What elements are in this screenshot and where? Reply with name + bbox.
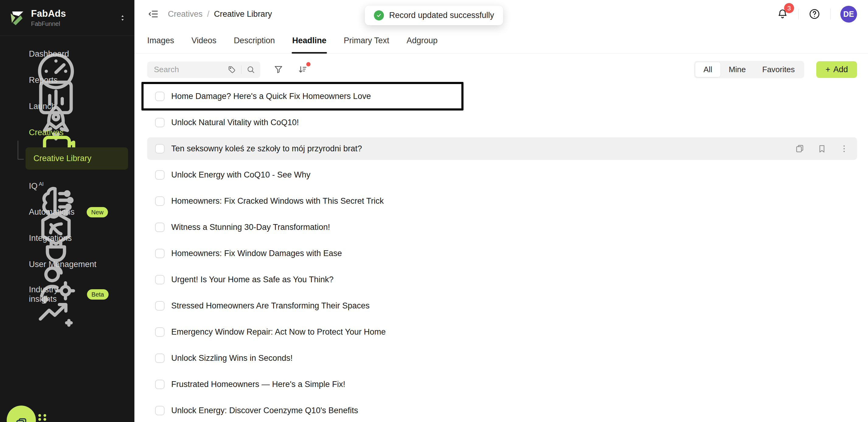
toolbar: AllMineFavorites + Add bbox=[147, 61, 857, 78]
workspace-updown-icon[interactable] bbox=[118, 14, 127, 22]
list-item[interactable]: Witness a Stunning 30-Day Transformation… bbox=[147, 216, 857, 238]
add-button-label: Add bbox=[833, 65, 848, 74]
sidebar-item-iqai[interactable]: IQAI bbox=[6, 176, 128, 196]
tab-label: Description bbox=[234, 36, 275, 45]
headline-text: Home Damage? Here's a Quick Fix Homeowne… bbox=[171, 92, 371, 101]
sidebar-item-creative-library[interactable]: Creative Library bbox=[26, 147, 128, 170]
tab-videos[interactable]: Videos bbox=[192, 28, 217, 53]
list-item[interactable]: Unlock Energy with CoQ10 - See Why bbox=[147, 164, 857, 186]
tab-primary-text[interactable]: Primary Text bbox=[344, 28, 389, 53]
add-button[interactable]: + Add bbox=[816, 61, 857, 78]
sidebar: FabAds FabFunnel DashboardReportsLaunchC… bbox=[0, 0, 134, 422]
chevron-right-icon bbox=[116, 103, 124, 111]
reports-icon bbox=[10, 75, 22, 86]
breadcrumb-current: Creative Library bbox=[214, 9, 272, 19]
app-logo-icon bbox=[7, 9, 26, 27]
sidebar-item-label: Creative Library bbox=[33, 154, 92, 163]
sidebar-item-label: Launch bbox=[29, 102, 56, 111]
row-checkbox[interactable] bbox=[155, 144, 164, 153]
sort-button[interactable] bbox=[297, 64, 308, 75]
row-checkbox[interactable] bbox=[155, 170, 164, 180]
sidebar-nav: DashboardReportsLaunchCreatives Creative… bbox=[0, 36, 134, 308]
row-checkbox[interactable] bbox=[155, 249, 164, 258]
integrations-icon bbox=[10, 233, 22, 244]
sidebar-item-label: Dashboard bbox=[29, 49, 69, 59]
sort-active-dot bbox=[306, 62, 311, 66]
headline-text: Homeowners: Fix Cracked Windows with Thi… bbox=[171, 196, 384, 206]
tab-label: Images bbox=[147, 36, 174, 45]
dashboard-icon bbox=[10, 49, 22, 60]
notifications-button[interactable]: 3 bbox=[776, 8, 788, 20]
list-item[interactable]: Frustrated Homeowners — Here's a Simple … bbox=[147, 373, 857, 395]
filter-button[interactable] bbox=[273, 64, 284, 75]
list-item[interactable]: Stressed Homeowners Are Transforming The… bbox=[147, 294, 857, 317]
help-button[interactable] bbox=[808, 8, 820, 20]
headline-text: Unlock Natural Vitality with CoQ10! bbox=[171, 118, 299, 127]
tab-headline[interactable]: Headline bbox=[292, 28, 327, 53]
row-checkbox[interactable] bbox=[155, 196, 164, 206]
tab-description[interactable]: Description bbox=[234, 28, 275, 53]
search-icon[interactable] bbox=[246, 65, 255, 74]
copy-icon[interactable] bbox=[795, 144, 805, 154]
chevron-right-icon bbox=[116, 208, 124, 216]
list-item[interactable]: Homeowners: Fix Window Damages with Ease bbox=[147, 242, 857, 264]
question-icon bbox=[808, 8, 820, 20]
tree-connector bbox=[18, 141, 24, 160]
sidebar-collapse-button[interactable] bbox=[147, 8, 159, 20]
breadcrumb-parent[interactable]: Creatives bbox=[168, 9, 203, 19]
org-name: FabFunnel bbox=[31, 20, 66, 27]
workspace-switcher[interactable]: FabAds FabFunnel bbox=[0, 0, 134, 36]
list-item[interactable]: Homeowners: Fix Cracked Windows with Thi… bbox=[147, 190, 857, 212]
segment-all[interactable]: All bbox=[695, 62, 720, 77]
tab-adgroup[interactable]: Adgroup bbox=[407, 28, 438, 53]
list-item[interactable]: Ten seksowny koleś ze szkoły to mój przy… bbox=[147, 137, 857, 160]
row-checkbox[interactable] bbox=[155, 92, 164, 101]
list-item[interactable]: Unlock Sizzling Wins in Seconds! bbox=[147, 347, 857, 369]
user-avatar[interactable]: DE bbox=[840, 6, 857, 23]
divider bbox=[830, 8, 831, 20]
tab-label: Videos bbox=[192, 36, 217, 45]
sidebar-item-label: IQAI bbox=[29, 181, 44, 191]
tab-label: Adgroup bbox=[407, 36, 438, 45]
industry-insights-icon bbox=[10, 289, 22, 300]
headline-text: Stressed Homeowners Are Transforming The… bbox=[171, 301, 370, 311]
sidebar-item-dashboard[interactable]: Dashboard bbox=[6, 44, 128, 64]
sidebar-item-label: Reports bbox=[29, 76, 58, 85]
list-item[interactable]: Home Damage? Here's a Quick Fix Homeowne… bbox=[147, 85, 857, 108]
row-checkbox[interactable] bbox=[155, 406, 164, 415]
segment-favorites[interactable]: Favorites bbox=[754, 62, 803, 77]
row-checkbox[interactable] bbox=[155, 354, 164, 363]
chevron-right-icon bbox=[116, 261, 124, 269]
search-box[interactable] bbox=[147, 61, 260, 78]
sidebar-item-label: Industry insights bbox=[29, 285, 75, 304]
headline-text: Unlock Energy with CoQ10 - See Why bbox=[171, 170, 311, 180]
sort-desc-icon bbox=[297, 64, 308, 75]
plus-sign: + bbox=[826, 65, 830, 74]
chevron-right-icon bbox=[116, 77, 124, 84]
list-item[interactable]: Emergency Window Repair: Act Now to Prot… bbox=[147, 320, 857, 343]
launch-icon bbox=[10, 101, 22, 112]
row-actions bbox=[795, 144, 849, 154]
row-checkbox[interactable] bbox=[155, 327, 164, 337]
floating-copy-button[interactable] bbox=[7, 405, 36, 422]
kebab-menu-icon[interactable] bbox=[839, 144, 849, 154]
headline-text: Unlock Energy: Discover Coenzyme Q10's B… bbox=[171, 406, 358, 415]
divider bbox=[241, 65, 242, 74]
drag-handle-dots[interactable] bbox=[38, 414, 46, 422]
tab-images[interactable]: Images bbox=[147, 28, 174, 53]
search-input[interactable] bbox=[154, 65, 227, 74]
row-checkbox[interactable] bbox=[155, 380, 164, 389]
bookmark-icon[interactable] bbox=[817, 144, 827, 154]
tag-icon[interactable] bbox=[227, 65, 237, 74]
sidebar-item-label: Integrations bbox=[29, 233, 72, 243]
headline-text: Ten seksowny koleś ze szkoły to mój przy… bbox=[171, 144, 362, 153]
row-checkbox[interactable] bbox=[155, 118, 164, 127]
list-item[interactable]: Unlock Energy: Discover Coenzyme Q10's B… bbox=[147, 399, 857, 422]
row-checkbox[interactable] bbox=[155, 275, 164, 284]
list-item[interactable]: Unlock Natural Vitality with CoQ10! bbox=[147, 111, 857, 134]
funnel-icon bbox=[273, 64, 284, 75]
row-checkbox[interactable] bbox=[155, 301, 164, 311]
segment-mine[interactable]: Mine bbox=[720, 62, 754, 77]
list-item[interactable]: Urgent! Is Your Home as Safe as You Thin… bbox=[147, 268, 857, 291]
row-checkbox[interactable] bbox=[155, 223, 164, 232]
